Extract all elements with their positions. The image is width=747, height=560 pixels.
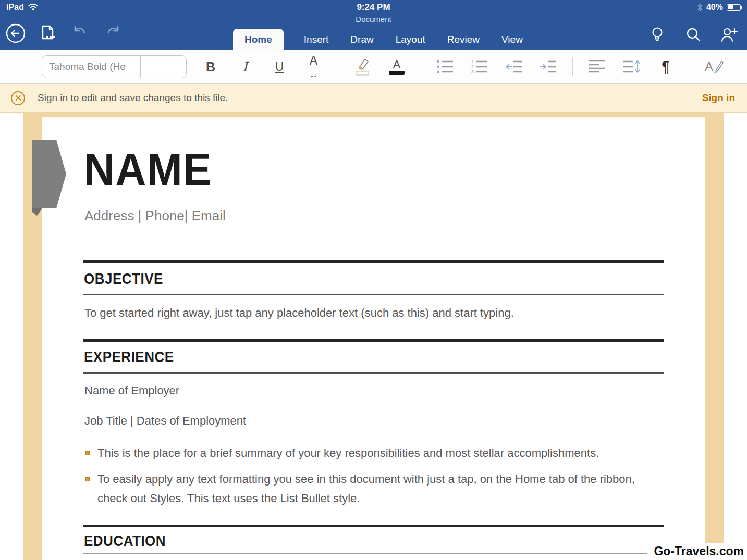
resume-contact-placeholder[interactable]: Address | Phone| Email (84, 208, 226, 224)
svg-text:A: A (705, 59, 713, 73)
numbered-list-icon: 1 2 3 (471, 59, 488, 74)
experience-heading[interactable]: EXPERIENCE (84, 347, 174, 366)
highlighter-icon (353, 57, 371, 76)
align-left-icon (588, 59, 606, 74)
formatting-toolbar: Tahoma Bold (He B I U A.. A 1 2 3 (0, 50, 747, 84)
resume-name-placeholder[interactable]: NAME (84, 147, 212, 192)
toolbar-separator (338, 57, 338, 76)
objective-heading[interactable]: OBJECTIVE (84, 269, 163, 288)
numbered-list-button[interactable]: 1 2 3 (469, 55, 490, 78)
toolbar-separator (690, 57, 690, 76)
increase-indent-button[interactable] (538, 55, 559, 78)
tab-view[interactable]: View (500, 29, 524, 50)
svg-text:3: 3 (471, 69, 474, 74)
app-header: iPad 9:24 PM 40% Document (0, 0, 747, 50)
sign-in-banner: Sign in to edit and save changes to this… (0, 84, 747, 113)
bullet-square-icon (85, 451, 90, 455)
section-divider-thick (83, 525, 664, 527)
tab-draw[interactable]: Draw (349, 29, 375, 50)
styles-button[interactable]: A (704, 55, 725, 78)
watermark: Go-Travels.com (647, 543, 747, 560)
redo-button[interactable] (102, 23, 123, 44)
font-formatting-button[interactable]: A.. (303, 55, 324, 78)
font-color-button[interactable]: A (386, 55, 407, 78)
font-name-field[interactable]: Tahoma Bold (He (42, 61, 140, 72)
font-color-letter: A (393, 59, 400, 69)
bullet-list-button[interactable] (435, 55, 456, 78)
underline-button[interactable]: U (269, 55, 290, 78)
back-button[interactable] (5, 23, 26, 44)
toolbar-separator (421, 57, 421, 76)
bluetooth-icon (697, 3, 703, 12)
file-menu-button[interactable] (38, 23, 58, 44)
section-divider-thin (83, 553, 664, 554)
italic-button[interactable]: I (235, 55, 255, 78)
bullet-text: This is the place for a brief summary of… (97, 443, 599, 463)
indent-icon (540, 59, 557, 74)
decrease-indent-button[interactable] (504, 55, 524, 78)
header-nav-left (5, 23, 123, 44)
highlight-color-button[interactable] (352, 55, 373, 78)
section-divider-thin (83, 294, 664, 295)
font-color-swatch (389, 71, 405, 75)
ribbon-shape (31, 139, 68, 218)
document-title: Document (0, 15, 747, 23)
tab-home[interactable]: Home (233, 29, 284, 50)
bullet-list-icon (436, 59, 454, 74)
section-divider-thick (83, 260, 664, 263)
circle-x-icon (11, 91, 25, 105)
document-canvas: NAME Address | Phone| Email OBJECTIVE To… (0, 113, 747, 560)
paragraph-marks-button[interactable]: ¶ (655, 55, 676, 78)
job-title-placeholder[interactable]: Job Title | Dates of Employment (84, 414, 246, 428)
font-picker: Tahoma Bold (He (42, 55, 187, 78)
ellipsis-icon: .. (310, 68, 317, 80)
clock: 9:24 PM (0, 2, 747, 13)
alignment-button[interactable] (586, 55, 607, 78)
section-divider-thin (83, 372, 664, 374)
tell-me-lightbulb-button[interactable] (647, 24, 668, 45)
line-spacing-icon (622, 59, 641, 74)
employer-placeholder[interactable]: Name of Employer (84, 384, 179, 397)
styles-brush-icon: A (704, 58, 725, 75)
toolbar-separator (572, 57, 573, 76)
svg-text:2: 2 (471, 64, 474, 69)
font-size-field[interactable] (140, 56, 186, 78)
share-add-people-button[interactable] (719, 24, 740, 45)
list-item[interactable]: To easily apply any text formatting you … (85, 472, 643, 508)
tab-layout[interactable]: Layout (394, 29, 427, 50)
tab-review[interactable]: Review (446, 29, 481, 50)
sign-in-link[interactable]: Sign in (702, 92, 735, 104)
page-border-top (23, 113, 724, 117)
undo-button[interactable] (70, 23, 91, 44)
tab-insert[interactable]: Insert (302, 29, 330, 50)
list-item[interactable]: This is the place for a brief summary of… (85, 446, 643, 463)
objective-body[interactable]: To get started right away, just tap any … (84, 306, 514, 320)
page-border-right (705, 113, 724, 560)
bullet-square-icon (85, 477, 90, 481)
ribbon-tabs: Home Insert Draw Layout Review View (233, 29, 524, 50)
line-spacing-button[interactable] (621, 55, 642, 78)
banner-message: Sign in to edit and save changes to this… (38, 92, 228, 104)
section-divider-thick (83, 339, 664, 342)
status-right: 40% (697, 3, 741, 12)
battery-percent: 40% (706, 3, 723, 12)
education-heading[interactable]: EDUCATION (84, 531, 166, 550)
search-button[interactable] (683, 24, 704, 45)
svg-text:1: 1 (471, 59, 474, 64)
bold-button[interactable]: B (200, 55, 221, 78)
bullet-text: To easily apply any text formatting you … (97, 469, 643, 508)
header-nav-right (647, 24, 740, 45)
outdent-icon (505, 59, 523, 74)
battery-icon (727, 4, 741, 11)
